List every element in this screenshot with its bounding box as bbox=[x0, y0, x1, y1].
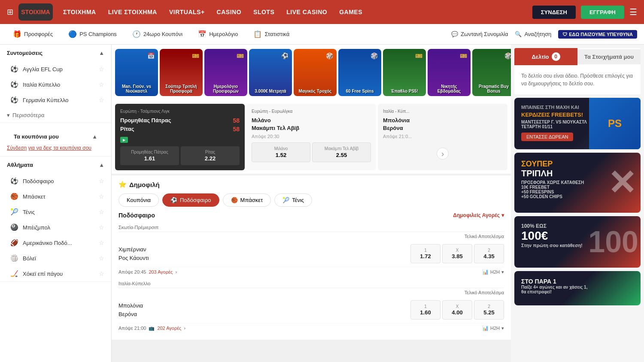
star-icon-2[interactable]: ☆ bbox=[99, 81, 104, 88]
promo-card-label-0: Man. Γιούν. vs Νιούκαστλ bbox=[115, 84, 158, 94]
live-odd-btn-1[interactable]: Προμηθέας Πάτρας 1.61 bbox=[120, 146, 179, 165]
soccer-icon-3: ⚽ bbox=[10, 96, 18, 104]
promo-card-2[interactable]: 🎫 Ημερολόγιο Προσφορών bbox=[204, 49, 247, 96]
tab-football[interactable]: ⚽ Ποδόσφαιρο bbox=[162, 193, 219, 207]
bet-odd-1-2[interactable]: Χ 3.85 bbox=[442, 244, 472, 263]
bet-odd-2-1[interactable]: 1 1.60 bbox=[410, 300, 440, 320]
match1-markets-link[interactable]: 203 Αγορές bbox=[149, 269, 173, 275]
promo-card-label-8: Pragmatic Buy Bonus bbox=[472, 84, 511, 94]
banner-para1[interactable]: ΣΤΟ ΠΑΡΑ 1 Παίξε 4+ αγώνες και αν χάσεις… bbox=[514, 271, 641, 305]
euro-league: Ευρώπη - Ευρωλίγκα bbox=[252, 109, 371, 114]
sports-header[interactable]: Αθλήματα ▲ bbox=[0, 157, 111, 173]
banner-triple-title: ΣΟΥΠΕΡ bbox=[521, 160, 584, 169]
star-icon-10[interactable]: ☆ bbox=[99, 270, 104, 277]
tab-tennis[interactable]: 🎾 Τένις bbox=[274, 193, 312, 207]
promo-card-1[interactable]: 🎫 Σούπερ Τριπλή Προσφορά bbox=[160, 49, 203, 96]
arrow-right-icon-2[interactable]: › bbox=[437, 148, 449, 160]
banner-ps-champions[interactable]: ΜΠΑΙΝΕΙΣ ΣΤΗ ΜΑΧΗ ΚΑΙ ΚΕΡΔΙΖΕΙΣ FREEBETS… bbox=[514, 98, 641, 149]
star-icon-4[interactable]: ☆ bbox=[99, 178, 104, 184]
banner-para-title: ΣΤΟ ΠΑΡΑ 1 bbox=[521, 278, 587, 285]
euro-odd-btn-2[interactable]: Μακάμπι Τελ Αβίβ 2.55 bbox=[312, 142, 371, 162]
more-shortcuts[interactable]: ▾ Περισσότερα bbox=[0, 108, 111, 123]
star-icon-9[interactable]: ☆ bbox=[99, 255, 104, 262]
nav-live-casino[interactable]: LIVE CASINO bbox=[286, 9, 327, 15]
promo-card-7[interactable]: 🎫 Νικητής Εβδομάδας bbox=[428, 49, 471, 96]
login-link[interactable]: Σύνδεση bbox=[7, 145, 27, 151]
nav-slots[interactable]: SLOTS bbox=[253, 9, 274, 15]
bet-odd-1-1[interactable]: 1 1.72 bbox=[410, 244, 440, 263]
euro-odd-btn-1[interactable]: Μιλάνο 1.52 bbox=[252, 142, 310, 162]
promo-card-0[interactable]: 📅 Man. Γιούν. vs Νιούκαστλ bbox=[115, 49, 158, 96]
sidebar-item-american-football[interactable]: 🏈 Αμερικάνικο Ποδό... ☆ bbox=[0, 235, 111, 250]
search-button[interactable]: 🔍 Αναζήτηση bbox=[515, 31, 551, 37]
sidebar-item-england[interactable]: ⚽ Αγγλία EFL Cup ☆ bbox=[0, 61, 111, 77]
grid-icon[interactable]: ⊞ bbox=[7, 7, 13, 17]
h2h-button-2[interactable]: 📊 H2H ▾ bbox=[482, 325, 504, 331]
filter-label: Δημοφιλείς Αγορές bbox=[453, 212, 500, 218]
promo-card-5[interactable]: 🎲 60 Free Spins bbox=[338, 49, 381, 96]
nav-live-stoixima[interactable]: LIVE ΣΤΟΙΧΗΜΑ bbox=[108, 9, 157, 15]
star-icon[interactable]: ☆ bbox=[99, 66, 104, 72]
sidebar-basketball-label: Μπάσκετ bbox=[23, 193, 46, 200]
banner-ps-sub2: ΜΑΝΤΣΕΣΤΕΡ Γ. VS ΝΙΟΥΚΑΣΤΛΤΕΤΑΡΤΗ 01/11 bbox=[521, 120, 587, 129]
nav-virtuals[interactable]: VIRTUALS+ bbox=[169, 9, 205, 15]
live-odd-btn-2[interactable]: Ρίτας 2.22 bbox=[181, 146, 240, 165]
banner-100[interactable]: 100% ΕΩΣ 100€ Στην πρώτη σου κατάθεση! 1… bbox=[514, 216, 641, 268]
match2-markets-link[interactable]: 202 Αγορές bbox=[157, 326, 181, 331]
promo-card-3[interactable]: ⚽ 3.000€ Μετρητά bbox=[249, 49, 292, 96]
star-icon-7[interactable]: ☆ bbox=[99, 224, 104, 231]
banner-ps-text: ΜΠΑΙΝΕΙΣ ΣΤΗ ΜΑΧΗ ΚΑΙ ΚΕΡΔΙΖΕΙΣ FREEBETS… bbox=[521, 105, 587, 141]
bet-odd-val-2-1: 1.60 bbox=[420, 309, 431, 316]
sidebar-germany-label: Γερμανία Κύπελλο bbox=[23, 97, 68, 103]
promo-icon-6: 🎫 bbox=[415, 52, 422, 59]
nav-calendar[interactable]: 📅 Ημερολόγιο bbox=[192, 27, 244, 41]
bet-odd-1-3[interactable]: 2 4.35 bbox=[474, 244, 504, 263]
site-logo[interactable]: STOIXIMA bbox=[18, 3, 53, 21]
bet-odds-1: 1 1.72 Χ 3.85 2 4.35 bbox=[410, 244, 504, 263]
nav-stoixima[interactable]: ΣΤΟΙΧΗΜΑ bbox=[63, 9, 96, 15]
login-button[interactable]: ΣΥΝΔΕΣΗ bbox=[532, 6, 576, 19]
sidebar-item-germany[interactable]: ⚽ Γερμανία Κύπελλο ☆ bbox=[0, 92, 111, 108]
tab-basketball[interactable]: 🏀 Μπάσκετ bbox=[223, 193, 271, 207]
nav-statistics[interactable]: 📋 Στατιστικά bbox=[247, 27, 295, 41]
star-icon-6[interactable]: ☆ bbox=[99, 208, 104, 215]
shortcuts-header[interactable]: Συντομεύσεις ▲ bbox=[0, 45, 111, 61]
promo-card-6[interactable]: 🎫 Έπαθλο PS5! bbox=[383, 49, 426, 96]
nav-casino[interactable]: CASINO bbox=[217, 9, 241, 15]
sidebar-item-hockey[interactable]: 🏒 Χόκεϊ επί πάγου ☆ bbox=[0, 266, 111, 281]
sidebar-item-tennis[interactable]: 🎾 Τένις ☆ bbox=[0, 204, 111, 220]
live-score1: 58 bbox=[233, 117, 240, 124]
bet-odd-label-1-2: Χ bbox=[456, 248, 459, 253]
promo-card-4[interactable]: 🎲 Μαγικός Τροχός bbox=[294, 49, 337, 96]
star-icon-5[interactable]: ☆ bbox=[99, 193, 104, 200]
bet-slip-tab[interactable]: Δελτίο 0 bbox=[514, 48, 577, 65]
banner-para-text: ΣΤΟ ΠΑΡΑ 1 Παίξε 4+ αγώνες και αν χάσεις… bbox=[521, 278, 587, 294]
nav-games[interactable]: GAMES bbox=[339, 9, 362, 15]
sidebar-item-football[interactable]: ⚽ Ποδόσφαιρο ☆ bbox=[0, 173, 111, 189]
hamburger-icon[interactable]: ☰ bbox=[629, 7, 637, 17]
tab-coupons[interactable]: Κουπόνια bbox=[118, 193, 159, 207]
h2h-button-1[interactable]: 📊 H2H ▾ bbox=[482, 269, 504, 275]
live-chat-button[interactable]: 💬 Ζωντανή Συνομιλία bbox=[451, 31, 508, 37]
sidebar-item-italy[interactable]: ⚽ Ιταλία Κύπελλο ☆ bbox=[0, 77, 111, 92]
bet-odd-2-3[interactable]: 2 5.25 bbox=[474, 300, 504, 320]
banner-ps-button[interactable]: ΕΝΤΑΣΣΕ ΔΩΡΕΑΝ bbox=[521, 133, 573, 141]
star-icon-3[interactable]: ☆ bbox=[99, 97, 104, 103]
nav-offers[interactable]: 🎁 Προσφορές bbox=[7, 27, 59, 41]
nav-24-coupon[interactable]: 🕐 24ωρο Κουπόνι bbox=[126, 27, 188, 41]
register-button[interactable]: ΕΓΓΡΑΦΗ bbox=[581, 6, 624, 19]
nav-ps-champions[interactable]: 🔵 PS Champions bbox=[62, 27, 123, 41]
nav-right-actions: ΣΥΝΔΕΣΗ ΕΓΓΡΑΦΗ ☰ bbox=[532, 6, 637, 19]
live-score2: 58 bbox=[233, 126, 240, 133]
stream-icon: ▶ bbox=[120, 137, 128, 143]
banner-triple[interactable]: ΣΟΥΠΕΡ ΤΡΙΠΛΗ ΠΡΟΣΦΟΡΑ ΧΩΡΙΣ ΚΑΤΑΘΕΣΗ10€… bbox=[514, 153, 641, 213]
sidebar-item-volleyball[interactable]: 🏐 Βόλεϊ ☆ bbox=[0, 250, 111, 266]
my-bets-tab[interactable]: Τα Στοιχήματά μου bbox=[577, 49, 641, 64]
sport-filter-dropdown[interactable]: Δημοφιλείς Αγορές ▾ bbox=[453, 212, 504, 218]
sidebar-item-baseball[interactable]: 🎱 Μπέιζμπολ ☆ bbox=[0, 220, 111, 235]
bet-odd-2-2[interactable]: Χ 4.00 bbox=[442, 300, 472, 320]
sidebar-item-basketball[interactable]: 🏀 Μπάσκετ ☆ bbox=[0, 189, 111, 204]
coupons-header[interactable]: Τα κουπόνια μου ▲ bbox=[7, 128, 104, 145]
star-icon-8[interactable]: ☆ bbox=[99, 239, 104, 246]
promo-card-8[interactable]: 🎲 Pragmatic Buy Bonus bbox=[472, 49, 511, 96]
